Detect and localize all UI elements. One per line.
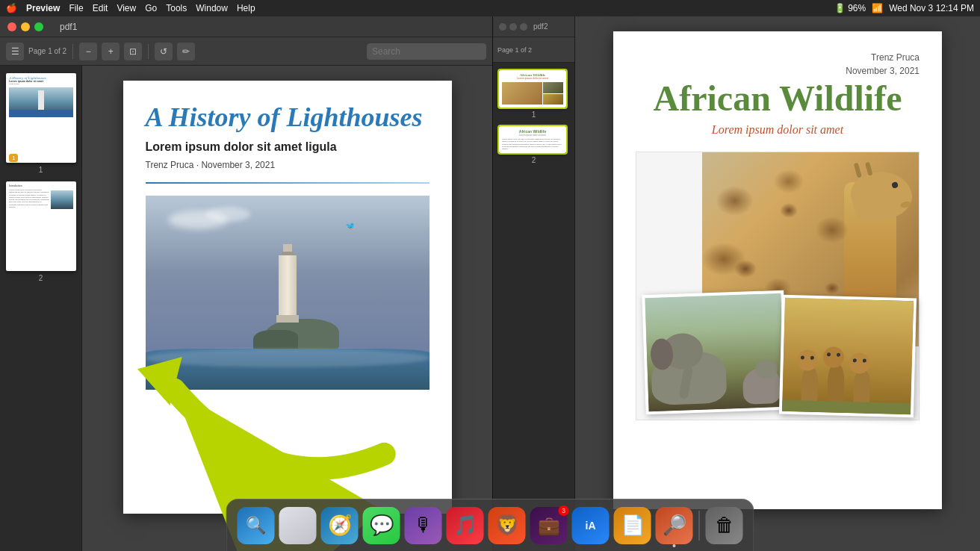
- meerkat-eye5: [853, 358, 857, 362]
- left-thumb2-content: Introduction Lorem ipsum dolor sit amet …: [6, 181, 76, 211]
- left-thumb2-image: [51, 190, 73, 209]
- menubar-battery: 🔋 96%: [834, 3, 866, 13]
- meerkat-eye4: [837, 352, 840, 356]
- dock-slack[interactable]: 💼 3: [530, 507, 568, 544]
- left-thumb1-pagenum: 1: [6, 166, 75, 174]
- right-thumb2-subtitle: Lorem ipsum dolor sit amet: [502, 134, 563, 137]
- lighthouse-lamp: [283, 244, 292, 252]
- bird: 🐦: [346, 222, 355, 230]
- cloud2: [205, 207, 250, 222]
- fit-page-button[interactable]: ⊡: [124, 43, 142, 60]
- right-thumb-page1[interactable]: African Wildlife Lorem ipsum dolor sit a…: [499, 70, 568, 119]
- markup-button[interactable]: ✏: [177, 43, 195, 60]
- toolbar-separator-2: [148, 44, 149, 59]
- dock-preview[interactable]: 🔎: [656, 507, 693, 544]
- lighthouse-author: Trenz Pruca · November 3, 2021: [146, 160, 429, 170]
- right-title-bar: pdf2: [493, 16, 574, 37]
- fullscreen-button[interactable]: [34, 22, 43, 31]
- minimize-button[interactable]: [21, 22, 30, 31]
- lighthouse-body: [279, 255, 297, 315]
- meerkat-eye2: [810, 355, 814, 359]
- left-thumb-page2[interactable]: Introduction Lorem ipsum dolor sit amet …: [6, 181, 75, 282]
- app-menu-go[interactable]: Go: [145, 3, 157, 13]
- right-thumb-page2[interactable]: African Wildlife Lorem ipsum dolor sit a…: [499, 126, 568, 164]
- left-window-title: pdf1: [60, 22, 77, 32]
- right-window-title: pdf2: [533, 22, 548, 31]
- macos-menubar: 🍎 Preview File Edit View Go Tools Window…: [0, 0, 980, 16]
- right-toolbar: Page 1 of 2: [493, 37, 574, 63]
- dock-slack-badge: 3: [559, 505, 569, 516]
- dock-pages[interactable]: 📄: [614, 507, 651, 544]
- meerkat-body1: [801, 367, 818, 405]
- sidebar-toggle-button[interactable]: ☰: [6, 43, 24, 60]
- lighthouse-image: 🐦: [146, 196, 429, 390]
- left-title-bar: pdf1: [0, 16, 492, 37]
- zoom-in-button[interactable]: +: [102, 43, 120, 60]
- left-thumb2-pagenum: 2: [6, 274, 75, 282]
- app-menu-preview[interactable]: Preview: [26, 3, 60, 13]
- close-button[interactable]: [7, 22, 16, 31]
- dock-podcasts[interactable]: 🎙: [405, 507, 442, 544]
- meerkat-eye6: [863, 358, 866, 362]
- left-thumb-page1[interactable]: A History of Lighthouses Lorem ipsum dol…: [6, 73, 75, 174]
- right-page-view[interactable]: Trenz Pruca November 3, 2021 African Wil…: [575, 16, 980, 551]
- right-thumb2-pagenum: 2: [499, 156, 568, 164]
- right-thumb2: African Wildlife Lorem ipsum dolor sit a…: [499, 126, 566, 153]
- right-minimize-button[interactable]: [509, 23, 517, 31]
- left-thumb1-image: [9, 87, 73, 117]
- right-fullscreen-button[interactable]: [520, 23, 527, 31]
- dock-finder[interactable]: 🔍: [238, 507, 275, 544]
- dock-ia-writer[interactable]: iA: [572, 507, 610, 544]
- app-menu-help[interactable]: Help: [237, 3, 255, 13]
- aw-date: November 3, 2021: [636, 66, 919, 76]
- apple-menu[interactable]: 🍎: [6, 3, 17, 13]
- right-thumbnail-panel: pdf2 Page 1 of 2 African Wildlife Lorem …: [493, 16, 575, 551]
- dock-trash[interactable]: 🗑: [706, 507, 743, 544]
- app-menu-view[interactable]: View: [117, 3, 136, 13]
- meerkat-body2: [827, 364, 844, 405]
- lighthouse-divider: [146, 182, 429, 184]
- dock-brave[interactable]: 🦁: [489, 507, 526, 544]
- left-page-view[interactable]: A History of Lighthouses Lorem ipsum dol…: [82, 66, 492, 551]
- menubar-wifi: 📶: [872, 3, 883, 13]
- pdf-window-left: pdf1 ☰ Page 1 of 2 − + ⊡ ↺ ✏: [0, 16, 493, 551]
- slack-icon: 💼: [538, 515, 560, 536]
- left-thumb1-author: Trenz Pruca: [9, 83, 73, 85]
- right-content-area: pdf2 Page 1 of 2 African Wildlife Lorem …: [493, 16, 980, 551]
- rotate-button[interactable]: ↺: [155, 43, 173, 60]
- lighthouse-base: [276, 315, 299, 323]
- right-close-button[interactable]: [499, 23, 506, 31]
- menubar-left: 🍎 Preview File Edit View Go Tools Window…: [6, 3, 255, 13]
- pdf-window-right: pdf2 Page 1 of 2 African Wildlife Lorem …: [493, 16, 980, 551]
- dock-messages[interactable]: 💬: [363, 507, 400, 544]
- meerkat-eye3: [827, 352, 831, 356]
- african-wildlife-page: Trenz Pruca November 3, 2021 African Wil…: [613, 31, 942, 509]
- app-menu-edit[interactable]: Edit: [93, 3, 108, 13]
- right-page-info: Page 1 of 2: [497, 46, 532, 54]
- dock: 🔍 🧭 💬 🎙 🎵 🦁 💼 3 iA 📄 🔎 🗑: [226, 499, 754, 551]
- left-traffic-lights: [7, 22, 43, 31]
- app-menu-tools[interactable]: Tools: [166, 3, 187, 13]
- left-pdf-body: A History of Lighthouses Lorem ipsum dol…: [0, 66, 492, 551]
- right-thumb1-giraffe: [502, 82, 542, 105]
- meerkat-photo-inner: [782, 298, 914, 414]
- right-thumb2-body: Lorem ipsum dolor sit amet consectetur a…: [502, 138, 563, 150]
- app-container: pdf1 ☰ Page 1 of 2 − + ⊡ ↺ ✏: [0, 16, 980, 551]
- toolbar-separator: [72, 44, 73, 59]
- dock-music[interactable]: 🎵: [447, 507, 484, 544]
- left-search-input[interactable]: [367, 43, 486, 60]
- app-menu-window[interactable]: Window: [196, 3, 228, 13]
- menubar-datetime: Wed Nov 3 12:14 PM: [889, 3, 974, 13]
- zoom-out-button[interactable]: −: [79, 43, 97, 60]
- right-thumb1-pagenum: 1: [499, 110, 568, 119]
- right-thumb1-subtitle: Lorem ipsum dolor sit amet: [502, 77, 563, 80]
- aw-elephant-photo: [642, 290, 787, 415]
- right-thumbnail-list: African Wildlife Lorem ipsum dolor sit a…: [493, 63, 574, 172]
- right-thumb2-content: African Wildlife Lorem ipsum dolor sit a…: [499, 126, 566, 153]
- dock-safari[interactable]: 🧭: [321, 507, 359, 544]
- right-thumb1-meerkat: [543, 94, 563, 105]
- left-thumb1-badge: 1: [9, 154, 18, 162]
- ia-writer-icon: iA: [586, 520, 596, 532]
- app-menu-file[interactable]: File: [69, 3, 83, 13]
- dock-launchpad[interactable]: [279, 507, 317, 544]
